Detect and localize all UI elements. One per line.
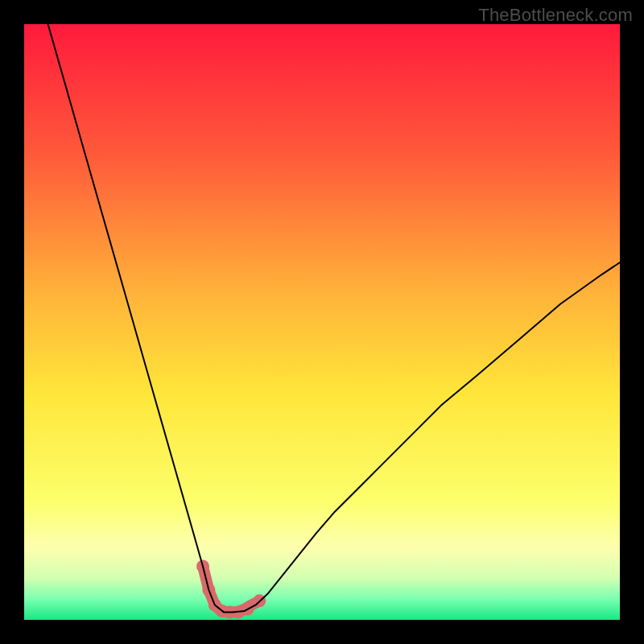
chart-frame: TheBottleneck.com [0, 0, 644, 644]
plot-area [24, 24, 620, 620]
chart-background [24, 24, 620, 620]
chart-svg [24, 24, 620, 620]
watermark-label: TheBottleneck.com [478, 5, 633, 26]
